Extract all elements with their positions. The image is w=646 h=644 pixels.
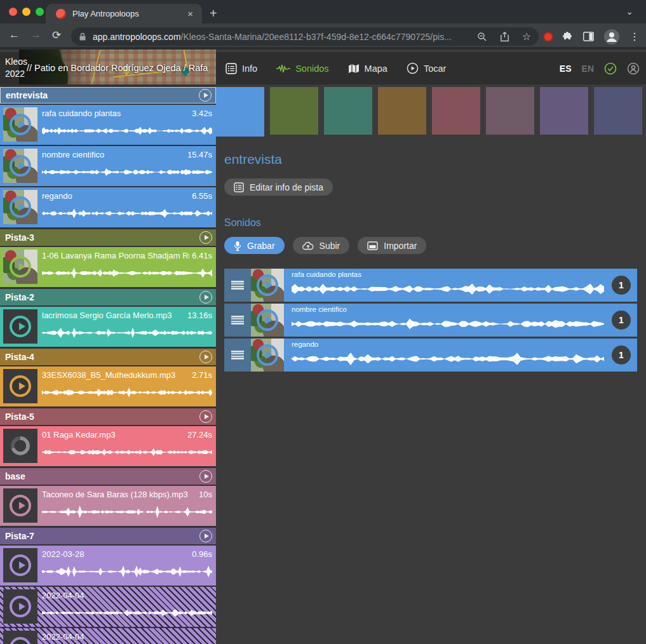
clip-thumbnail[interactable]	[3, 631, 37, 644]
track-color-tab-4[interactable]	[432, 87, 480, 135]
sound-row-2[interactable]: regando1	[224, 339, 637, 372]
track-header-Pista-4[interactable]: Pista-4	[0, 349, 216, 365]
breadcrumb[interactable]: // Patio en Bordador Rodríguez Ojeda / R…	[27, 63, 208, 73]
lang-es-button[interactable]: ES	[560, 64, 572, 74]
track-header-Pista-3[interactable]: Pista-3	[0, 229, 216, 246]
clip-waveform[interactable]	[42, 165, 212, 179]
drag-handle[interactable]	[224, 304, 251, 337]
sound-thumbnail[interactable]	[251, 304, 284, 337]
clip-thumbnail[interactable]	[3, 250, 37, 284]
track-play-icon[interactable]	[199, 410, 212, 423]
clip-play-icon[interactable]	[10, 554, 31, 576]
clip-play-icon[interactable]	[10, 375, 31, 397]
track-color-tab-5[interactable]	[486, 87, 534, 135]
clip-play-icon[interactable]	[10, 637, 31, 644]
clip-thumbnail[interactable]	[3, 369, 37, 403]
clip-Pista-7-1[interactable]: 2022-04-04	[0, 587, 216, 627]
sound-play-icon[interactable]	[257, 309, 278, 331]
sound-play-icon[interactable]	[257, 344, 278, 366]
edit-track-info-button[interactable]: Editar info de pista	[224, 178, 333, 196]
track-header-Pista-7[interactable]: Pista-7	[0, 528, 216, 544]
back-button[interactable]: ←	[9, 29, 20, 41]
sound-thumbnail[interactable]	[251, 339, 284, 372]
clip-thumbnail[interactable]	[3, 309, 37, 344]
track-play-icon[interactable]	[199, 291, 212, 304]
drag-handle[interactable]	[224, 339, 251, 372]
clip-Pista-2-0[interactable]: lacrimosa Sergio García Merlo.mp313.16s	[0, 307, 216, 347]
clip-base-0[interactable]: Taconeo de Sara Baras (128 kbps).mp310s	[0, 486, 216, 526]
clip-play-icon[interactable]	[10, 155, 31, 177]
forward-button[interactable]: →	[30, 29, 41, 41]
sync-check-icon[interactable]	[604, 62, 617, 75]
track-play-icon[interactable]	[199, 89, 212, 102]
sound-thumbnail[interactable]	[251, 269, 284, 302]
clip-waveform[interactable]	[42, 266, 212, 280]
track-header-base[interactable]: base	[0, 468, 216, 485]
clip-thumbnail[interactable]	[3, 190, 37, 224]
clip-waveform[interactable]	[42, 565, 212, 579]
clip-waveform[interactable]	[42, 124, 212, 138]
track-header-Pista-2[interactable]: Pista-2	[0, 289, 216, 305]
sound-row-0[interactable]: rafa cuidando plantas1	[224, 269, 637, 302]
track-play-icon[interactable]	[199, 470, 212, 483]
track-color-tab-3[interactable]	[378, 87, 426, 135]
clip-play-icon[interactable]	[10, 596, 31, 617]
profile-avatar-icon[interactable]	[603, 29, 620, 45]
close-window-button[interactable]	[9, 8, 17, 16]
sound-waveform[interactable]	[292, 314, 604, 333]
clip-play-icon[interactable]	[10, 114, 31, 135]
clip-waveform[interactable]	[42, 606, 212, 620]
address-bar[interactable]: app.antropoloops.com/Kleos-Santa-Marina/…	[71, 27, 539, 46]
clip-entrevista-2[interactable]: regando6.55s	[0, 187, 216, 227]
clip-Pista-3-0[interactable]: 1-06 Lavanya Rama Poorna Shadjam Rupak..…	[0, 247, 216, 287]
clip-play-icon[interactable]	[10, 316, 31, 337]
clip-thumbnail[interactable]	[3, 107, 37, 142]
clip-waveform[interactable]	[42, 326, 212, 340]
subir-button[interactable]: Subir	[293, 237, 350, 254]
clip-thumbnail[interactable]	[3, 548, 37, 582]
track-color-tab-6[interactable]	[540, 87, 588, 135]
nav-tab-info[interactable]: Info	[225, 63, 257, 74]
sound-play-icon[interactable]	[257, 274, 278, 296]
lang-en-button[interactable]: EN	[582, 64, 594, 74]
reload-button[interactable]: ⟳	[52, 29, 61, 42]
clip-play-icon[interactable]	[10, 495, 31, 516]
clip-play-icon[interactable]	[10, 196, 31, 218]
track-color-tab-7[interactable]	[594, 87, 642, 135]
sound-waveform[interactable]	[292, 279, 604, 299]
tab-search-chevron-icon[interactable]: ⌄	[626, 6, 633, 17]
sound-row-1[interactable]: nombre cientifico1	[224, 304, 637, 337]
side-panel-icon[interactable]	[583, 32, 594, 41]
clip-thumbnail[interactable]	[3, 149, 37, 183]
new-tab-button[interactable]: +	[210, 5, 217, 22]
clip-Pista-5-0[interactable]: 01 Raga Kedar.mp327.24s	[0, 426, 216, 466]
track-color-tab-1[interactable]	[270, 87, 318, 135]
app-logo[interactable]: Kleos2022	[5, 56, 27, 80]
clip-waveform[interactable]	[42, 206, 212, 220]
bookmark-star-icon[interactable]: ☆	[522, 30, 531, 43]
browser-tab[interactable]: Play Antropoloops ×	[46, 4, 202, 23]
recording-indicator-icon[interactable]	[543, 32, 553, 42]
clip-waveform[interactable]	[42, 445, 212, 459]
clip-Pista-7-0[interactable]: 2022-03-280.96s	[0, 546, 216, 586]
track-header-Pista-5[interactable]: Pista-5	[0, 408, 216, 425]
nav-tab-sonidos[interactable]: Sonidos	[276, 64, 328, 74]
nav-tab-tocar[interactable]: Tocar	[407, 62, 446, 74]
importar-button[interactable]: Importar	[358, 237, 426, 254]
clip-Pista-7-2[interactable]: 2022-04-04	[0, 628, 216, 644]
track-play-icon[interactable]	[199, 231, 212, 244]
clip-entrevista-1[interactable]: nombre cientifico15.47s	[0, 146, 216, 186]
clip-play-icon[interactable]	[10, 256, 31, 278]
track-play-icon[interactable]	[199, 351, 212, 363]
grabar-button[interactable]: Grabar	[224, 237, 285, 254]
nav-tab-mapa[interactable]: Mapa	[348, 64, 387, 74]
track-play-icon[interactable]	[199, 530, 212, 542]
browser-menu-icon[interactable]: ⋮	[629, 30, 640, 43]
clip-thumbnail[interactable]	[3, 429, 37, 463]
account-icon[interactable]	[627, 62, 640, 75]
clip-waveform[interactable]	[42, 505, 212, 519]
drag-handle[interactable]	[224, 269, 251, 302]
minimize-window-button[interactable]	[22, 8, 30, 16]
macos-traffic-lights[interactable]	[9, 8, 44, 16]
zoom-out-icon[interactable]	[477, 32, 487, 42]
